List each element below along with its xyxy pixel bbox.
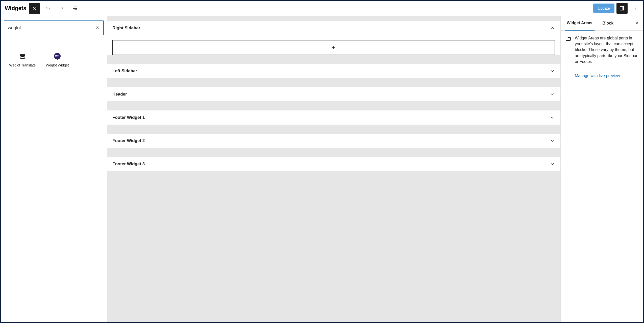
redo-icon xyxy=(59,6,64,11)
block-result-weglot-widget[interactable]: WG Weglot Widget xyxy=(41,53,73,68)
widget-area-title: Left Sidebar xyxy=(112,68,137,74)
widget-area-footer-2: Footer Widget 2 xyxy=(107,134,560,148)
more-vertical-icon xyxy=(633,6,638,11)
block-result-label: Weglot Widget xyxy=(46,63,69,68)
widget-area-toggle[interactable]: Footer Widget 3 xyxy=(107,157,560,171)
weglot-icon: WG xyxy=(54,53,61,59)
list-view-icon xyxy=(72,6,78,11)
tab-block[interactable]: Block xyxy=(601,16,616,30)
widget-area-toggle[interactable]: Right Sidebar xyxy=(107,21,560,35)
widget-area-toggle[interactable]: Left Sidebar xyxy=(107,64,560,78)
undo-button[interactable] xyxy=(42,3,54,14)
block-search-box[interactable] xyxy=(4,20,104,35)
widget-area-toggle[interactable]: Footer Widget 1 xyxy=(107,110,560,125)
widget-area-toggle[interactable]: Footer Widget 2 xyxy=(107,134,560,148)
chevron-down-icon xyxy=(550,115,555,120)
widget-area-title: Header xyxy=(112,92,127,97)
block-result-weglot-translate[interactable]: Weglot Translate xyxy=(6,53,39,68)
close-inserter-button[interactable] xyxy=(29,3,40,14)
redo-button[interactable] xyxy=(56,3,67,14)
widget-area-footer-1: Footer Widget 1 xyxy=(107,110,560,125)
folder-icon xyxy=(565,36,571,64)
tab-widget-areas[interactable]: Widget Areas xyxy=(565,16,595,31)
block-search-input[interactable] xyxy=(8,25,95,31)
settings-panel-toggle[interactable] xyxy=(616,3,628,14)
widget-area-left-sidebar: Left Sidebar xyxy=(107,64,560,78)
block-result-label: Weglot Translate xyxy=(9,63,36,68)
add-block-button[interactable] xyxy=(112,40,555,55)
update-button[interactable]: Update xyxy=(593,4,614,13)
chevron-down-icon xyxy=(550,68,555,74)
close-panel-button[interactable] xyxy=(635,21,639,26)
chevron-down-icon xyxy=(550,92,555,97)
widget-areas-description: Widget Areas are global parts in your si… xyxy=(575,35,639,64)
widget-area-right-sidebar: Right Sidebar xyxy=(107,21,560,55)
svg-rect-5 xyxy=(20,54,25,58)
svg-point-3 xyxy=(635,8,636,9)
more-options-button[interactable] xyxy=(630,3,641,14)
close-icon xyxy=(635,21,639,26)
list-view-button[interactable] xyxy=(70,3,81,14)
chevron-down-icon xyxy=(550,162,555,167)
widget-area-title: Right Sidebar xyxy=(112,26,140,31)
clear-search-button[interactable] xyxy=(95,26,100,30)
svg-rect-1 xyxy=(623,6,624,10)
svg-point-4 xyxy=(635,9,636,10)
chevron-up-icon xyxy=(550,26,555,31)
widget-area-title: Footer Widget 1 xyxy=(112,115,145,120)
calendar-icon xyxy=(19,53,26,59)
sidebar-icon xyxy=(619,6,625,11)
chevron-down-icon xyxy=(550,138,555,143)
widget-area-title: Footer Widget 3 xyxy=(112,162,145,167)
widget-area-title: Footer Widget 2 xyxy=(112,138,145,143)
svg-point-2 xyxy=(635,6,636,7)
widget-area-footer-3: Footer Widget 3 xyxy=(107,157,560,171)
widget-area-toggle[interactable]: Header xyxy=(107,87,560,101)
plus-icon xyxy=(331,45,336,50)
close-icon xyxy=(95,26,100,30)
close-icon xyxy=(32,6,37,11)
undo-icon xyxy=(45,6,51,11)
page-title: Widgets xyxy=(3,5,26,12)
widget-area-header: Header xyxy=(107,87,560,101)
manage-live-preview-link[interactable]: Manage with live preview xyxy=(575,74,639,78)
